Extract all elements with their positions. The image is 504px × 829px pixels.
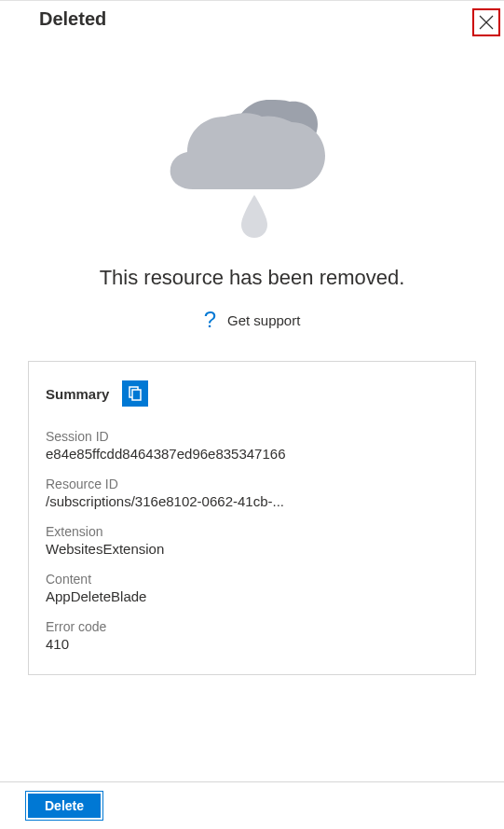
field-label: Content: [46, 572, 458, 587]
field-label: Extension: [46, 524, 458, 539]
summary-field: Session ID e84e85ffcdd8464387ed96e835347…: [46, 429, 458, 462]
removed-message: This resource has been removed.: [28, 266, 476, 290]
page-title: Deleted: [39, 8, 106, 30]
field-label: Error code: [46, 619, 458, 634]
deleted-panel: Deleted This resource has been removed. …: [0, 0, 504, 829]
close-button[interactable]: [472, 8, 500, 36]
summary-field: Resource ID /subscriptions/316e8102-0662…: [46, 477, 458, 509]
field-value: 410: [46, 636, 458, 652]
panel-footer: Delete: [0, 781, 504, 829]
field-label: Session ID: [46, 429, 458, 444]
field-value: WebsitesExtension: [46, 541, 458, 557]
summary-header: Summary: [46, 380, 458, 407]
removed-illustration: [28, 36, 476, 251]
field-value: e84e85ffcdd8464387ed96e835347166: [46, 446, 458, 462]
support-link-label: Get support: [227, 312, 300, 328]
copy-icon: [127, 385, 143, 402]
svg-rect-3: [132, 390, 141, 400]
summary-field: Content AppDeleteBlade: [46, 572, 458, 604]
field-value: /subscriptions/316e8102-0662-41cb-...: [46, 493, 458, 509]
copy-summary-button[interactable]: [122, 380, 148, 407]
cloud-rain-icon: [169, 83, 336, 242]
summary-field: Extension WebsitesExtension: [46, 524, 458, 557]
summary-field: Error code 410: [46, 619, 458, 652]
panel-header: Deleted: [0, 1, 504, 36]
summary-title: Summary: [46, 386, 109, 402]
panel-content: This resource has been removed. ? Get su…: [0, 36, 504, 781]
summary-box: Summary Session ID e84e85ffcdd8464387ed9…: [28, 361, 476, 675]
field-label: Resource ID: [46, 477, 458, 491]
close-icon: [479, 15, 494, 30]
help-icon: ?: [204, 307, 216, 333]
delete-button[interactable]: Delete: [28, 794, 101, 818]
field-value: AppDeleteBlade: [46, 588, 458, 604]
get-support-link[interactable]: ? Get support: [28, 307, 476, 333]
